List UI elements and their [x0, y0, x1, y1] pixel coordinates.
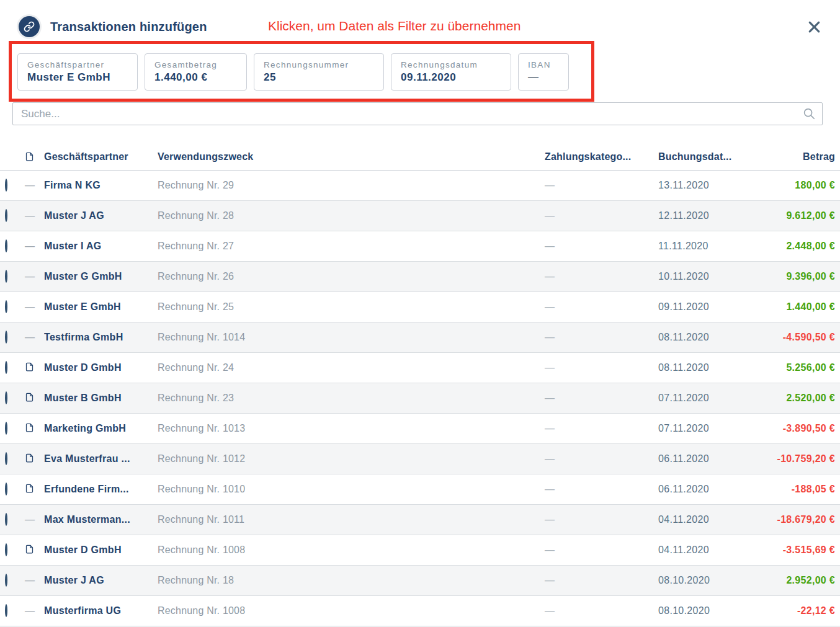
row-select-radio[interactable] [5, 513, 7, 526]
payment-category-cell: — [545, 332, 658, 343]
no-document-dash: — [25, 210, 35, 221]
close-icon[interactable] [805, 18, 823, 35]
partner-cell: Marketing GmbH [44, 423, 158, 434]
purpose-cell: Rechnung Nr. 29 [158, 180, 545, 191]
booking-date-cell: 08.11.2020 [658, 362, 748, 373]
amount-cell: -18.679,20 € [748, 514, 840, 525]
filter-highlight-box: Geschäftspartner Muster E GmbH Gesamtbet… [9, 41, 594, 102]
filter-chip-rechnungsnummer[interactable]: Rechnungsnummer 25 [254, 53, 384, 91]
link-icon [19, 16, 40, 37]
filter-chip-value: 1.440,00 € [154, 70, 237, 84]
table-row[interactable]: Erfundene Firm... Rechnung Nr. 1010 — 06… [0, 474, 840, 505]
no-document-dash: — [25, 180, 35, 191]
column-header-buchungsdatum: Buchungsdat... [658, 151, 748, 162]
no-document-dash: — [25, 514, 35, 525]
table-row[interactable]: — Muster J AG Rechnung Nr. 18 — 08.10.20… [0, 566, 840, 596]
document-icon [25, 452, 34, 466]
filter-chip-geschaeftspartner[interactable]: Geschäftspartner Muster E GmbH [17, 53, 138, 91]
payment-category-cell: — [545, 453, 658, 465]
row-select-radio[interactable] [5, 179, 7, 192]
row-select-radio[interactable] [5, 391, 7, 404]
table-row[interactable]: Muster B GmbH Rechnung Nr. 23 — 07.11.20… [0, 383, 840, 414]
purpose-cell: Rechnung Nr. 23 [158, 393, 545, 404]
payment-category-cell: — [545, 393, 658, 404]
amount-cell: 2.520,00 € [748, 393, 840, 404]
table-row[interactable]: — Musterfirma UG Rechnung Nr. 1008 — 08.… [0, 596, 840, 626]
table-row[interactable]: — Testfirma GmbH Rechnung Nr. 1014 — 08.… [0, 322, 840, 353]
row-select-radio[interactable] [5, 452, 7, 465]
purpose-cell: Rechnung Nr. 26 [158, 271, 545, 282]
row-select-radio[interactable] [5, 209, 7, 222]
row-select-radio[interactable] [5, 543, 7, 556]
row-select-radio[interactable] [5, 604, 7, 617]
document-icon [25, 361, 34, 375]
amount-cell: 5.256,00 € [748, 362, 840, 373]
table-row[interactable]: — Muster J AG Rechnung Nr. 28 — 12.11.20… [0, 201, 840, 231]
booking-date-cell: 08.10.2020 [658, 605, 748, 616]
amount-cell: 9.396,00 € [748, 271, 840, 282]
filter-chip-label: IBAN [528, 60, 559, 70]
partner-cell: Firma N KG [44, 180, 158, 191]
table-row[interactable]: Eva Musterfrau ... Rechnung Nr. 1012 — 0… [0, 444, 840, 474]
no-document-dash: — [25, 241, 35, 252]
table-row[interactable]: — Firma N KG Rechnung Nr. 29 — 13.11.202… [0, 171, 840, 201]
amount-cell: -22,12 € [748, 605, 840, 616]
filter-chip-value: Muster E GmbH [27, 70, 128, 84]
table-row[interactable]: Muster D GmbH Rechnung Nr. 1008 — 04.11.… [0, 535, 840, 566]
table-row[interactable]: Muster D GmbH Rechnung Nr. 24 — 08.11.20… [0, 353, 840, 383]
payment-category-cell: — [545, 241, 658, 252]
purpose-cell: Rechnung Nr. 1010 [158, 484, 545, 495]
row-select-radio[interactable] [5, 300, 7, 313]
table-row[interactable]: — Max Musterman... Rechnung Nr. 1011 — 0… [0, 505, 840, 535]
table-row[interactable]: — Muster E GmbH Rechnung Nr. 25 — 09.11.… [0, 292, 840, 322]
row-select-radio[interactable] [5, 331, 7, 344]
row-select-radio[interactable] [5, 361, 7, 374]
column-header-geschaeftspartner: Geschäftspartner [44, 151, 158, 162]
amount-cell: 1.440,00 € [748, 301, 840, 313]
partner-cell: Muster I AG [44, 241, 158, 252]
partner-cell: Muster D GmbH [44, 362, 158, 373]
booking-date-cell: 04.11.2020 [658, 545, 748, 556]
search-input[interactable] [12, 102, 823, 125]
row-select-radio[interactable] [5, 239, 7, 252]
row-select-radio[interactable] [5, 270, 7, 283]
transactions-rows: — Firma N KG Rechnung Nr. 29 — 13.11.202… [0, 171, 840, 626]
partner-cell: Muster E GmbH [44, 301, 158, 313]
amount-cell: 2.952,00 € [748, 575, 840, 586]
document-icon [25, 422, 34, 436]
booking-date-cell: 09.11.2020 [658, 301, 748, 313]
document-column-icon [22, 151, 44, 162]
filter-chip-rechnungsdatum[interactable]: Rechnungsdatum 09.11.2020 [391, 53, 511, 91]
dialog-title: Transaktionen hinzufügen [50, 20, 207, 34]
booking-date-cell: 10.11.2020 [658, 271, 748, 282]
payment-category-cell: — [545, 423, 658, 434]
partner-cell: Eva Musterfrau ... [44, 453, 158, 465]
table-row[interactable]: — Muster I AG Rechnung Nr. 27 — 11.11.20… [0, 231, 840, 262]
partner-cell: Testfirma GmbH [44, 332, 158, 343]
column-header-verwendungszweck: Verwendungszweck [158, 151, 545, 162]
purpose-cell: Rechnung Nr. 28 [158, 210, 545, 221]
purpose-cell: Rechnung Nr. 1012 [158, 453, 545, 465]
filter-chip-value: 25 [264, 70, 374, 84]
purpose-cell: Rechnung Nr. 1008 [158, 545, 545, 556]
filter-chip-gesamtbetrag[interactable]: Gesamtbetrag 1.440,00 € [145, 53, 247, 91]
booking-date-cell: 04.11.2020 [658, 514, 748, 525]
no-document-dash: — [25, 301, 35, 313]
table-row[interactable]: Marketing GmbH Rechnung Nr. 1013 — 07.11… [0, 414, 840, 444]
purpose-cell: Rechnung Nr. 25 [158, 301, 545, 313]
booking-date-cell: 13.11.2020 [658, 180, 748, 191]
booking-date-cell: 11.11.2020 [658, 241, 748, 252]
row-select-radio[interactable] [5, 574, 7, 587]
payment-category-cell: — [545, 362, 658, 373]
purpose-cell: Rechnung Nr. 27 [158, 241, 545, 252]
purpose-cell: Rechnung Nr. 1013 [158, 423, 545, 434]
column-header-zahlungskategorie: Zahlungskatego... [545, 151, 658, 162]
payment-category-cell: — [545, 605, 658, 616]
row-select-radio[interactable] [5, 422, 7, 435]
booking-date-cell: 07.11.2020 [658, 423, 748, 434]
row-select-radio[interactable] [5, 482, 7, 496]
payment-category-cell: — [545, 545, 658, 556]
table-header-row: Geschäftspartner Verwendungszweck Zahlun… [0, 143, 840, 171]
filter-chip-iban[interactable]: IBAN — [518, 53, 569, 91]
table-row[interactable]: — Muster G GmbH Rechnung Nr. 26 — 10.11.… [0, 262, 840, 292]
